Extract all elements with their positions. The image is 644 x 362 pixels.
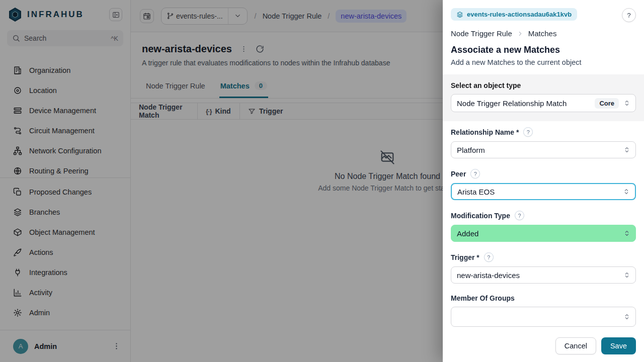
select-value: Added	[457, 229, 619, 238]
relationship-name-select[interactable]: Platform	[451, 141, 636, 158]
object-badge-label: events-rules-actionsadau6ak1kvb	[467, 11, 572, 18]
drawer-form: Relationship Name * ? Platform Peer ? Ar…	[443, 121, 644, 337]
help-icon[interactable]: ?	[484, 252, 494, 262]
drawer-breadcrumb-node-trigger-rule[interactable]: Node Trigger Rule	[451, 29, 512, 38]
chevron-updown-icon	[623, 146, 631, 154]
help-button[interactable]: ?	[622, 8, 636, 22]
object-type-value: Node Trigger Relationship Match	[457, 99, 591, 108]
field-label: Modification Type	[451, 212, 510, 220]
save-button[interactable]: Save	[601, 337, 636, 354]
member-of-groups-select[interactable]	[451, 307, 636, 327]
object-badge: events-rules-actionsadau6ak1kvb	[451, 8, 577, 21]
help-icon[interactable]: ?	[515, 211, 524, 220]
chevron-updown-icon	[623, 99, 631, 107]
field-relationship-name: Relationship Name * ? Platform	[451, 127, 636, 158]
drawer-subtitle: Add a new Matches to the current object	[443, 58, 644, 66]
associate-matches-drawer: events-rules-actionsadau6ak1kvb ? Node T…	[443, 0, 644, 362]
chevron-updown-icon	[622, 188, 630, 196]
drawer-breadcrumb-matches: Matches	[528, 29, 557, 38]
object-type-select[interactable]: Node Trigger Relationship Match Core	[451, 94, 636, 112]
peer-select[interactable]: Arista EOS	[451, 183, 636, 200]
modification-type-select[interactable]: Added	[451, 225, 636, 242]
field-peer: Peer ? Arista EOS	[451, 169, 636, 200]
chevron-updown-icon	[623, 229, 631, 237]
field-label: Member Of Groups	[451, 294, 515, 302]
field-member-of-groups: Member Of Groups	[451, 294, 636, 327]
drawer-breadcrumb: Node Trigger Rule Matches	[443, 22, 644, 38]
chevron-right-icon	[517, 30, 524, 37]
select-value: new-arista-devices	[457, 271, 619, 280]
layers-icon	[456, 11, 463, 18]
select-value: Arista EOS	[457, 188, 618, 196]
field-trigger: Trigger * ? new-arista-devices	[451, 252, 636, 284]
field-label: Relationship Name *	[451, 128, 519, 136]
object-type-section: Select an object type Node Trigger Relat…	[443, 74, 644, 121]
drawer-actions: Cancel Save	[443, 337, 644, 362]
cancel-button[interactable]: Cancel	[555, 337, 596, 354]
help-icon[interactable]: ?	[523, 127, 533, 137]
field-label: Peer	[451, 170, 466, 178]
drawer-title: Associate a new Matches	[443, 45, 644, 55]
help-icon[interactable]: ?	[470, 169, 480, 178]
object-type-label: Select an object type	[451, 81, 636, 89]
core-badge: Core	[595, 98, 619, 109]
select-value: Platform	[457, 146, 619, 154]
chevron-updown-icon	[623, 313, 631, 321]
chevron-updown-icon	[623, 271, 631, 279]
field-label: Trigger *	[451, 253, 479, 261]
trigger-select[interactable]: new-arista-devices	[451, 266, 636, 284]
field-modification-type: Modification Type ? Added	[451, 211, 636, 242]
